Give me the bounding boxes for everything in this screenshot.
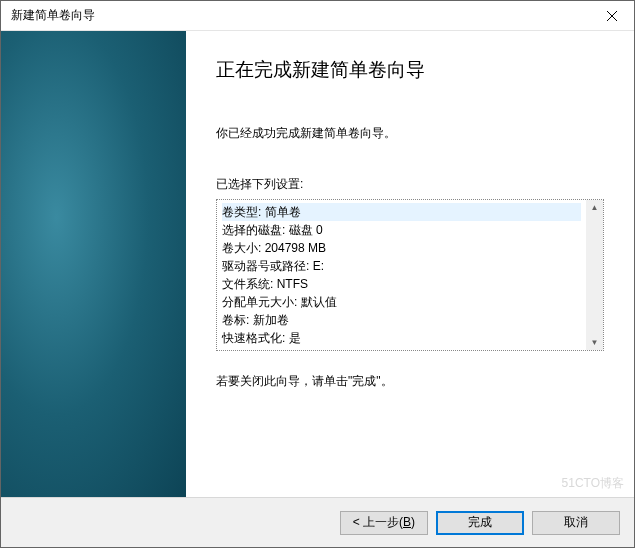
close-button[interactable] xyxy=(589,1,634,31)
wizard-sidebar-image xyxy=(1,31,186,497)
list-item: 卷标: 新加卷 xyxy=(222,311,581,329)
finish-button[interactable]: 完成 xyxy=(436,511,524,535)
scroll-up-icon[interactable]: ▲ xyxy=(591,203,599,212)
window-title: 新建简单卷向导 xyxy=(11,7,95,24)
wizard-content: 正在完成新建简单卷向导 你已经成功完成新建简单卷向导。 已选择下列设置: 卷类型… xyxy=(186,31,634,497)
list-item: 驱动器号或路径: E: xyxy=(222,257,581,275)
list-item: 分配单元大小: 默认值 xyxy=(222,293,581,311)
settings-label: 已选择下列设置: xyxy=(216,176,604,193)
list-item: 卷类型: 简单卷 xyxy=(222,203,581,221)
close-icon xyxy=(607,11,617,21)
back-button[interactable]: < 上一步(B) xyxy=(340,511,428,535)
cancel-button[interactable]: 取消 xyxy=(532,511,620,535)
page-heading: 正在完成新建简单卷向导 xyxy=(216,57,604,83)
titlebar: 新建简单卷向导 xyxy=(1,1,634,31)
list-item: 快速格式化: 是 xyxy=(222,329,581,347)
wizard-window: 新建简单卷向导 正在完成新建简单卷向导 你已经成功完成新建简单卷向导。 已选择下… xyxy=(0,0,635,548)
intro-text: 你已经成功完成新建简单卷向导。 xyxy=(216,125,604,142)
closing-text: 若要关闭此向导，请单击"完成"。 xyxy=(216,373,604,390)
wizard-body: 正在完成新建简单卷向导 你已经成功完成新建简单卷向导。 已选择下列设置: 卷类型… xyxy=(1,31,634,497)
list-item: 选择的磁盘: 磁盘 0 xyxy=(222,221,581,239)
settings-box: 卷类型: 简单卷 选择的磁盘: 磁盘 0 卷大小: 204798 MB 驱动器号… xyxy=(216,199,604,351)
scroll-down-icon[interactable]: ▼ xyxy=(591,338,599,347)
wizard-footer: < 上一步(B) 完成 取消 xyxy=(1,497,634,547)
list-item: 文件系统: NTFS xyxy=(222,275,581,293)
list-item: 卷大小: 204798 MB xyxy=(222,239,581,257)
scrollbar[interactable]: ▲ ▼ xyxy=(586,200,603,350)
settings-list[interactable]: 卷类型: 简单卷 选择的磁盘: 磁盘 0 卷大小: 204798 MB 驱动器号… xyxy=(217,200,586,350)
